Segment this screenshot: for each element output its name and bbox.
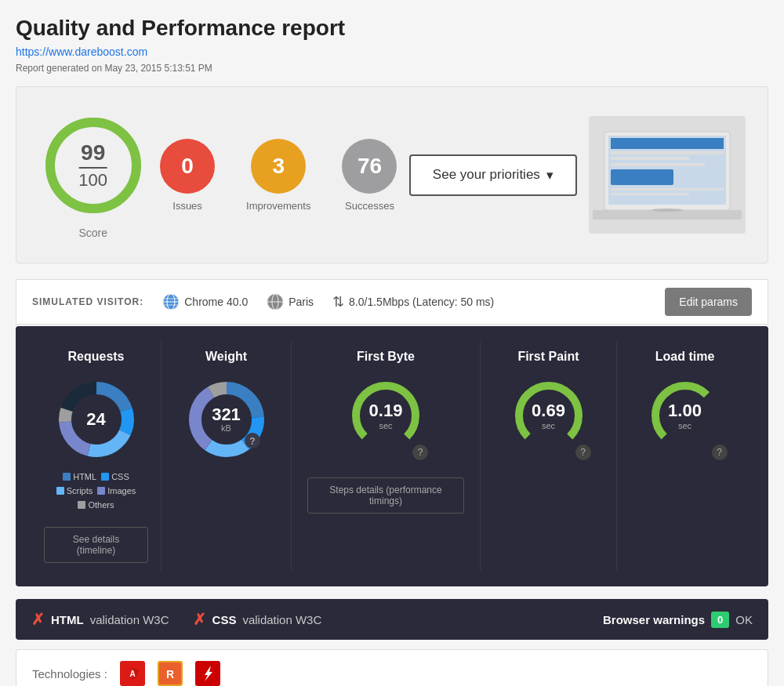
- css-validation-text: validation W3C: [242, 613, 321, 626]
- load-time-help-icon[interactable]: ?: [712, 445, 728, 460]
- images-dot: [97, 487, 105, 495]
- weight-value-text: 321 kB: [212, 406, 241, 433]
- html-validation-text: validation W3C: [90, 613, 169, 626]
- svg-rect-6: [611, 157, 689, 160]
- weight-section: Weight ?: [162, 342, 292, 571]
- first-paint-section: First Paint 0.69 sec ?: [481, 342, 617, 571]
- first-byte-unit: sec: [369, 421, 403, 430]
- location-name: Paris: [289, 296, 314, 308]
- requests-legend: HTML CSS Scripts Images: [44, 472, 148, 510]
- others-dot: [78, 501, 85, 509]
- weight-title: Weight: [174, 350, 278, 364]
- score-numerator: 99: [78, 142, 107, 164]
- report-title: Quality and Performance report: [16, 16, 768, 41]
- browser-name: Chrome 40.0: [184, 296, 248, 308]
- visitor-bar: SIMULATED VISITOR: Chrome 40.0: [16, 279, 768, 325]
- weight-unit: kB: [212, 423, 241, 433]
- report-header: Quality and Performance report https://w…: [16, 16, 768, 74]
- score-donut: 99 100: [38, 111, 148, 220]
- legend-css: CSS: [101, 472, 129, 481]
- images-label: Images: [107, 486, 136, 495]
- validation-bar: ✗ HTML validation W3C ✗ CSS validation W…: [16, 599, 768, 640]
- tech-label: Technologies :: [32, 667, 107, 681]
- svg-rect-7: [611, 163, 705, 166]
- first-byte-section: First Byte 0.19 sec ? Steps details (per…: [292, 342, 481, 571]
- improvements-value: 3: [272, 154, 285, 179]
- score-panel: 99 100 Score 0 Issues 3 Improvements: [16, 86, 768, 263]
- scripts-dot: [56, 487, 64, 495]
- details-timeline-button[interactable]: See details (timeline): [44, 527, 148, 563]
- location-item: Paris: [267, 293, 314, 310]
- load-time-unit: sec: [668, 421, 702, 430]
- scripts-label: Scripts: [67, 486, 93, 495]
- metrics-grid: Requests: [31, 342, 753, 571]
- metrics-panel: Requests: [16, 326, 768, 586]
- visitor-label: SIMULATED VISITOR:: [32, 296, 143, 307]
- load-time-section: Load time 1.00 sec ?: [617, 342, 753, 571]
- speed-icon: ⇅: [332, 293, 344, 310]
- html-validation: ✗ HTML validation W3C: [31, 610, 169, 629]
- load-time-value: 1.00: [668, 401, 702, 420]
- requests-section: Requests: [31, 342, 162, 571]
- svg-rect-8: [611, 169, 673, 185]
- svg-text:?: ?: [249, 436, 255, 447]
- css-error-icon: ✗: [193, 610, 206, 629]
- requests-value-text: 24: [86, 411, 105, 428]
- globe-icon: [267, 293, 284, 310]
- priorities-btn-label: See your priorities: [433, 167, 540, 183]
- steps-details-button[interactable]: Steps details (performance timings): [307, 477, 464, 514]
- browser-warnings-label: Browser warnings: [603, 613, 705, 626]
- css-dot: [101, 473, 109, 481]
- first-byte-value: 0.19: [369, 401, 403, 420]
- svg-text:R: R: [166, 668, 174, 681]
- weight-donut-chart: ? 321 kB: [183, 376, 270, 463]
- requests-title: Requests: [44, 350, 148, 364]
- chevron-down-icon: ▾: [546, 167, 554, 183]
- requests-donut-chart: 24: [53, 376, 140, 463]
- report-url[interactable]: https://www.dareboost.com: [16, 45, 768, 58]
- flash-icon: [195, 661, 220, 686]
- load-time-title: Load time: [655, 350, 715, 364]
- stats-group: 0 Issues 3 Improvements 76 Successes: [160, 139, 397, 212]
- successes-value: 76: [358, 154, 382, 179]
- issues-label: Issues: [172, 200, 202, 212]
- legend-scripts: Scripts: [56, 486, 93, 495]
- successes-circle: 76: [342, 139, 397, 194]
- speed-value: 8.0/1.5Mbps (Latency: 50 ms): [349, 296, 494, 308]
- improvements-stat: 3 Improvements: [246, 139, 310, 212]
- html-dot: [63, 473, 71, 481]
- report-date: Report generated on May 23, 2015 5:13:51…: [16, 63, 212, 74]
- svg-point-12: [652, 209, 683, 212]
- browser-item: Chrome 40.0: [162, 293, 248, 310]
- svg-text:A: A: [129, 670, 135, 678]
- legend-html: HTML: [63, 472, 96, 481]
- first-paint-help-icon[interactable]: ?: [575, 445, 591, 460]
- first-paint-title: First Paint: [517, 350, 579, 364]
- weight-value: 321: [212, 406, 241, 423]
- score-donut-container: 99 100 Score: [38, 111, 148, 239]
- edit-params-button[interactable]: Edit params: [665, 288, 752, 316]
- html-label: HTML: [73, 472, 96, 481]
- css-validation: ✗ CSS validation W3C: [193, 610, 322, 629]
- svg-rect-9: [611, 188, 724, 191]
- issues-value: 0: [181, 154, 194, 179]
- css-bold: CSS: [212, 613, 237, 626]
- browser-icon: [162, 293, 180, 310]
- successes-label: Successes: [345, 200, 394, 212]
- technologies-bar: Technologies : A R: [16, 649, 768, 686]
- first-byte-help-icon[interactable]: ?: [412, 445, 428, 460]
- angular-icon: A: [120, 661, 145, 686]
- priorities-button[interactable]: See your priorities ▾: [409, 154, 577, 196]
- score-text: 99 100: [78, 142, 107, 189]
- html-error-icon: ✗: [31, 610, 45, 629]
- requests-value: 24: [86, 411, 105, 428]
- svg-rect-10: [611, 193, 689, 195]
- score-denominator: 100: [78, 167, 107, 189]
- speed-item: ⇅ 8.0/1.5Mbps (Latency: 50 ms): [332, 293, 494, 310]
- issues-circle: 0: [160, 139, 215, 194]
- first-paint-unit: sec: [532, 421, 565, 430]
- svg-rect-5: [611, 151, 724, 154]
- others-label: Others: [88, 500, 114, 510]
- html-bold: HTML: [51, 613, 84, 626]
- successes-stat: 76 Successes: [342, 139, 397, 212]
